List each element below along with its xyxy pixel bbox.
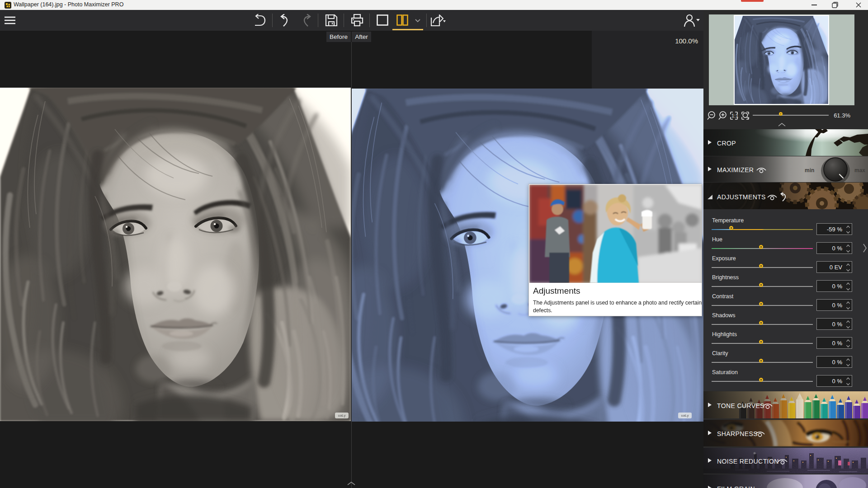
svg-text:1:1: 1:1 [731,113,738,118]
